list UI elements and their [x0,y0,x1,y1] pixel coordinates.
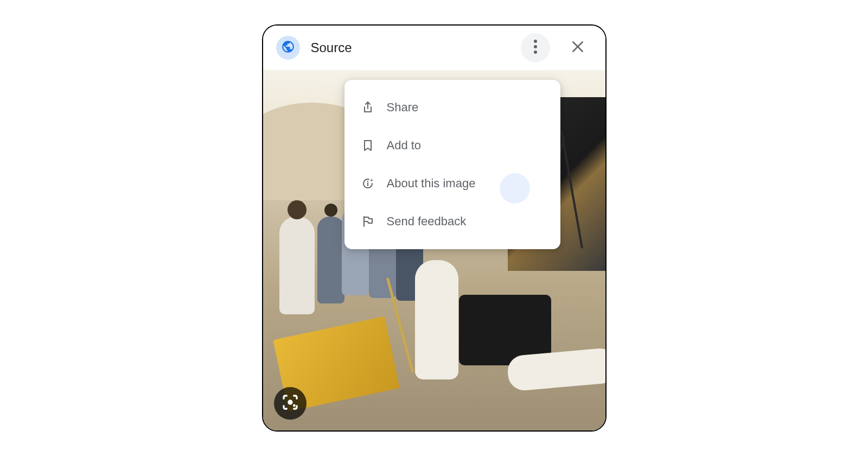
globe-icon [281,40,295,56]
more-vertical-icon [534,40,537,56]
menu-item-add-to[interactable]: Add to [344,126,560,164]
menu-item-send-feedback[interactable]: Send feedback [344,202,560,240]
close-icon [571,40,585,56]
menu-label: Add to [387,138,422,153]
flag-icon [361,214,375,229]
svg-point-5 [288,400,292,404]
menu-label: Send feedback [387,214,467,229]
svg-point-1 [534,45,537,48]
share-icon [361,100,375,115]
menu-label: About this image [387,176,476,191]
image-viewer-card: Source [262,24,607,432]
lens-icon [282,394,299,413]
menu-item-about-image[interactable]: About this image [344,164,560,202]
menu-item-share[interactable]: Share [344,88,560,126]
menu-label: Share [387,100,419,115]
highlight-indicator [500,173,530,204]
svg-point-2 [534,50,537,54]
more-options-button[interactable] [521,33,550,62]
info-sparkle-icon [361,176,375,191]
svg-point-7 [367,181,368,182]
lens-search-button[interactable] [274,387,307,420]
svg-point-6 [292,404,295,407]
bookmark-icon [361,138,375,153]
source-globe-badge [276,36,300,60]
close-button[interactable] [563,33,592,62]
svg-point-0 [534,40,537,43]
header-title: Source [311,40,521,55]
header-bar: Source [263,26,605,70]
more-options-menu: Share Add to About this image [344,80,560,249]
